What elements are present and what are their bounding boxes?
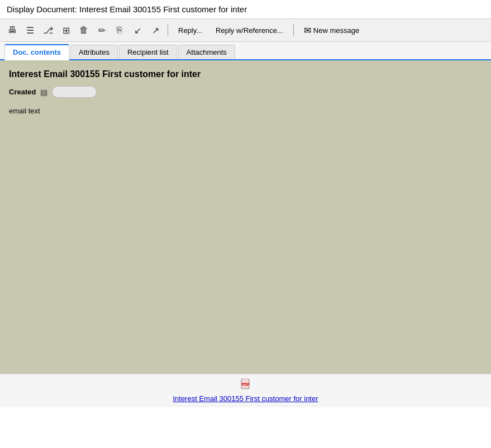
reply-ref-label: Reply w/Reference... bbox=[216, 26, 283, 35]
created-field-icon: ▤ bbox=[40, 88, 47, 97]
tab-doc-contents[interactable]: Doc. contents bbox=[4, 44, 69, 60]
content-area: Interest Email 300155 First customer for… bbox=[0, 60, 491, 373]
tab-recipient-list[interactable]: Recipient list bbox=[119, 45, 177, 59]
footer: PDF Interest Email 300155 First customer… bbox=[0, 373, 491, 407]
created-row: Created ▤ bbox=[9, 86, 482, 98]
email-text: email text bbox=[9, 107, 482, 115]
title-bar: Display Document: Interest Email 300155 … bbox=[0, 0, 491, 19]
print-icon[interactable]: 🖶 bbox=[4, 22, 20, 38]
delete-icon[interactable]: 🗑 bbox=[76, 22, 92, 38]
new-message-label: New message bbox=[313, 26, 359, 35]
page-title: Display Document: Interest Email 300155 … bbox=[7, 4, 247, 14]
separator-1 bbox=[168, 24, 168, 36]
tabs-bar: Doc. contents Attributes Recipient list … bbox=[0, 42, 491, 60]
reply-button[interactable]: Reply... bbox=[173, 24, 208, 37]
created-label: Created bbox=[9, 88, 36, 96]
tab-attachments[interactable]: Attachments bbox=[178, 45, 235, 59]
document-title: Interest Email 300155 First customer for… bbox=[9, 69, 482, 79]
new-message-icon: ✉ bbox=[304, 25, 311, 36]
settings-icon[interactable]: ☰ bbox=[22, 22, 38, 38]
hierarchy-icon[interactable]: ⊞ bbox=[58, 22, 74, 38]
reply-with-reference-button[interactable]: Reply w/Reference... bbox=[210, 24, 289, 37]
tab-doc-contents-label: Doc. contents bbox=[13, 48, 61, 56]
tree-icon[interactable]: ⎇ bbox=[40, 22, 56, 38]
footer-center: PDF Interest Email 300155 First customer… bbox=[7, 379, 484, 403]
footer-document-link[interactable]: Interest Email 300155 First customer for… bbox=[173, 394, 318, 403]
toolbar: 🖶 ☰ ⎇ ⊞ 🗑 ✏ ⎘ ↙ ↗ Reply... Reply w/Refer… bbox=[0, 19, 491, 42]
tab-attachments-label: Attachments bbox=[187, 48, 227, 56]
tab-attributes-label: Attributes bbox=[79, 48, 109, 56]
edit-icon[interactable]: ✏ bbox=[94, 22, 109, 38]
footer-pdf-icon: PDF bbox=[240, 379, 251, 393]
export-icon[interactable]: ↗ bbox=[147, 22, 163, 38]
reply-label: Reply... bbox=[178, 26, 202, 35]
import-icon[interactable]: ↙ bbox=[130, 22, 145, 38]
tab-attributes[interactable]: Attributes bbox=[70, 45, 118, 59]
separator-2 bbox=[293, 24, 294, 36]
new-message-button[interactable]: ✉ New message bbox=[298, 23, 365, 38]
created-value bbox=[52, 86, 97, 98]
tab-recipient-list-label: Recipient list bbox=[127, 48, 169, 56]
copy-icon[interactable]: ⎘ bbox=[112, 22, 127, 38]
